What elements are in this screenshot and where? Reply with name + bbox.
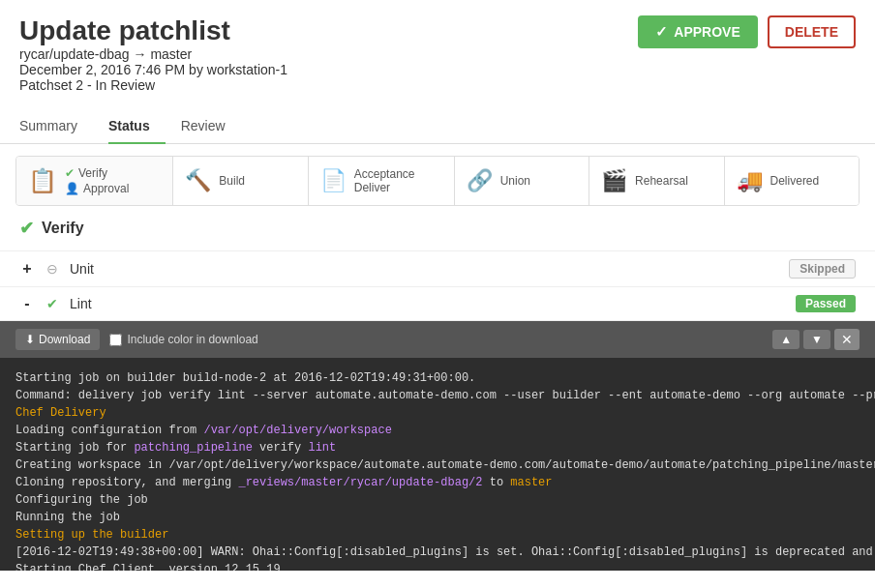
header-actions: ✓ APPROVE DELETE (638, 15, 856, 48)
color-download-checkbox[interactable] (109, 334, 122, 346)
approve-label: APPROVE (674, 24, 739, 40)
build-label: Build (219, 174, 245, 188)
log-line-4: Starting job for patching_pipeline verif… (15, 439, 860, 456)
log-line-1: Command: delivery job verify lint --serv… (15, 387, 860, 404)
branch-name: master (150, 46, 192, 62)
verify-title: Verify (42, 220, 84, 237)
arrow-icon: → (134, 46, 147, 62)
log-line-0: Starting job on builder build-node-2 at … (15, 369, 860, 387)
deliver-label: Deliver (354, 181, 415, 194)
patchset-label: Patchset 2 - In Review (19, 77, 287, 93)
job-row-lint: - ✔ Lint Passed (0, 287, 875, 321)
stage-union[interactable]: 🔗 Union (455, 157, 589, 205)
download-button[interactable]: ⬇ Download (15, 329, 100, 350)
log-scroll-down-button[interactable]: ▼ (803, 330, 830, 349)
lint-status-icon: ✔ (46, 296, 58, 311)
acceptance-labels: Acceptance Deliver (354, 167, 415, 194)
header-left: Update patchlist rycar/update-dbag → mas… (19, 15, 287, 93)
stage-delivered[interactable]: 🚚 Delivered (725, 157, 859, 205)
approve-check-icon: ✓ (655, 23, 668, 41)
pipeline-section: 📋 ✔ Verify 👤 Approval 🔨 Build 📄 Acceptan… (0, 144, 875, 206)
tab-bar: Summary Status Review (0, 97, 875, 144)
rehearsal-label: Rehearsal (635, 174, 688, 188)
stage-rehearsal[interactable]: 🎬 Rehearsal (589, 157, 724, 205)
tab-summary[interactable]: Summary (19, 112, 93, 143)
union-stage-icon: 🔗 (467, 168, 493, 193)
lint-expand-button[interactable]: - (19, 295, 35, 312)
page-title: Update patchlist (19, 15, 287, 46)
lint-job-name: Lint (70, 296, 784, 311)
log-line-11: Starting Chef Client, version 12.15.19 (15, 561, 860, 571)
color-download-text: Include color in download (127, 333, 257, 346)
log-close-button[interactable]: ✕ (834, 329, 860, 350)
log-line-8: Running the job (15, 509, 860, 526)
download-icon: ⬇ (25, 333, 35, 346)
unit-badge: Skipped (789, 259, 856, 279)
approval-check-row: 👤 Approval (65, 182, 129, 195)
log-line-2: Chef Delivery (15, 404, 860, 422)
log-line-3: Loading configuration from /var/opt/deli… (15, 422, 860, 439)
stage-verify[interactable]: 📋 ✔ Verify 👤 Approval (16, 157, 173, 205)
unit-expand-button[interactable]: + (19, 260, 35, 278)
rehearsal-stage-icon: 🎬 (601, 168, 627, 193)
verify-label: Verify (78, 166, 107, 180)
union-label: Union (500, 174, 530, 188)
verify-stage-icon: 📋 (28, 167, 57, 194)
approval-label: Approval (83, 182, 129, 195)
repo-name: rycar/update-dbag (19, 46, 130, 62)
tab-status[interactable]: Status (108, 112, 166, 143)
approve-button[interactable]: ✓ APPROVE (638, 15, 757, 48)
delivered-label: Delivered (770, 174, 820, 188)
delivered-stage-icon: 🚚 (737, 168, 763, 193)
verify-header: ✔ Verify (0, 206, 875, 251)
log-output: Starting job on builder build-node-2 at … (0, 358, 875, 571)
page-header: Update patchlist rycar/update-dbag → mas… (0, 0, 875, 93)
log-line-5: Creating workspace in /var/opt/delivery/… (15, 456, 860, 474)
log-nav-controls: ▲ ▼ ✕ (772, 329, 860, 350)
approval-check-icon: 👤 (65, 182, 79, 195)
meta-line: rycar/update-dbag → master (19, 46, 287, 62)
build-stage-icon: 🔨 (185, 168, 211, 193)
tab-review[interactable]: Review (181, 112, 241, 143)
log-toolbar: ⬇ Download Include color in download ▲ ▼… (0, 321, 875, 358)
verify-check-row: ✔ Verify (65, 166, 129, 180)
log-line-10: [2016-12-02T19:49:38+00:00] WARN: Ohai::… (15, 544, 860, 561)
verify-header-icon: ✔ (19, 218, 34, 239)
log-scroll-up-button[interactable]: ▲ (772, 330, 800, 349)
stage-build[interactable]: 🔨 Build (173, 157, 308, 205)
verify-stage-checks: ✔ Verify 👤 Approval (65, 166, 129, 195)
acceptance-label: Acceptance (354, 167, 415, 181)
date-line: December 2, 2016 7:46 PM by workstation-… (19, 62, 287, 77)
download-label: Download (39, 333, 90, 346)
log-line-9: Setting up the builder (15, 526, 860, 544)
log-line-7: Configuring the job (15, 491, 860, 509)
unit-status-icon: ⊖ (46, 261, 58, 277)
acceptance-stage-icon: 📄 (320, 168, 347, 193)
unit-job-name: Unit (70, 261, 777, 277)
color-download-label[interactable]: Include color in download (109, 333, 257, 346)
job-row-unit: + ⊖ Unit Skipped (0, 251, 875, 287)
log-line-6: Cloning repository, and merging _reviews… (15, 474, 860, 491)
pipeline-bar: 📋 ✔ Verify 👤 Approval 🔨 Build 📄 Acceptan… (15, 156, 860, 206)
lint-badge: Passed (796, 295, 856, 312)
delete-button[interactable]: DELETE (768, 15, 856, 48)
verify-check-icon: ✔ (65, 166, 75, 180)
stage-acceptance[interactable]: 📄 Acceptance Deliver (309, 157, 455, 205)
